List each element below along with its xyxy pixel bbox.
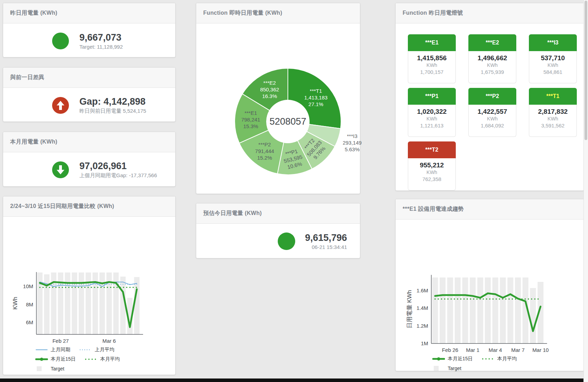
- scrollbar-thumb[interactable]: [585, 1, 587, 140]
- card-title: 預估今日用電量 (KWh): [196, 203, 360, 224]
- tile-target-value: 1,675,939: [469, 69, 516, 76]
- tile-unit: KWh: [469, 116, 516, 122]
- card-title: 2/24~3/10 近15日同期用電量比較 (KWh): [3, 196, 175, 217]
- target-bar: [99, 272, 105, 334]
- day-gap-sub: 昨日與前日用電量 5,524,175: [79, 108, 146, 114]
- target-bar: [493, 278, 498, 343]
- y-tick-label: 1.2M: [417, 323, 428, 329]
- tile-status-header: ***I3: [529, 34, 577, 51]
- tile-status-header: ***T2: [408, 141, 456, 158]
- tile-value: 537,710: [529, 54, 576, 62]
- page-scrollbar[interactable]: [583, 0, 588, 382]
- compare-chart-legend: 上月同期上月平均本月近15日本月平均Target: [35, 346, 129, 374]
- tile-target-value: 3,591,562: [529, 122, 576, 129]
- target-bar: [462, 278, 468, 343]
- tile-target-value: 762,358: [408, 176, 455, 183]
- status-circle-green-icon: [52, 33, 69, 49]
- daily-usage-donut: 5208057***T11,413,18327.1%***I3293,1495.…: [196, 23, 360, 194]
- tile-target-value: 1,121,613: [408, 122, 455, 129]
- card-yesterday-usage: 昨日用電量 (KWh) 9,667,073 Target: 11,128,992: [3, 3, 176, 57]
- card-day-gap: 與前一日差異 Gap: 4,142,898 昨日與前日用電量 5,524,175: [3, 67, 176, 122]
- y-axis-label: KWh: [12, 297, 19, 310]
- card-title: 本月用電量 (KWh): [3, 132, 175, 152]
- legend-item[interactable]: 本月平均: [85, 356, 120, 362]
- donut-slice-label: ***I3293,1495.63%: [343, 133, 362, 152]
- month-usage-gap: 上個月同期用電Gap: -17,377,566: [79, 172, 157, 179]
- legend-label: 本月近15日: [51, 356, 76, 362]
- x-tick-label: Feb 27: [52, 338, 69, 344]
- legend-label: 本月平均: [100, 356, 120, 362]
- y-tick-label: 8M: [26, 301, 33, 307]
- legend-marker: [35, 357, 48, 362]
- tile-unit: KWh: [408, 116, 455, 122]
- legend-label: Target: [51, 366, 64, 371]
- legend-item[interactable]: Target: [35, 366, 64, 371]
- y-tick-label: 1M: [421, 340, 428, 346]
- x-tick-label: Mar 1: [466, 347, 479, 353]
- light-tile: ***T12,817,832KWh3,591,562: [529, 88, 577, 137]
- card-realtime-donut: Function 即時日用電量 (KWh) 5208057***T11,413,…: [196, 3, 360, 194]
- card-status-lights: Function 昨日用電燈號 ***E11,415,856KWh1,700,1…: [395, 3, 584, 191]
- light-tile: ***E21,496,662KWh1,675,939: [468, 34, 516, 83]
- legend-item[interactable]: 上月平均: [79, 347, 114, 353]
- tile-target-value: 1,700,157: [408, 69, 455, 76]
- target-bar: [447, 278, 453, 343]
- legend-marker: [85, 357, 98, 362]
- x-tick-label: Mar 4: [489, 347, 502, 353]
- card-compare-chart: 2/24~3/10 近15日同期用電量比較 (KWh) 6M8M10MKWhFe…: [3, 196, 176, 375]
- light-tile: ***I3537,710KWh584,861: [529, 34, 577, 83]
- status-tile-grid: ***E11,415,856KWh1,700,157***E21,496,662…: [408, 34, 577, 190]
- tile-body: 2,817,832KWh3,591,562: [529, 105, 577, 137]
- light-tile: ***P21,422,557KWh1,684,092: [468, 88, 516, 137]
- card-forecast: 預估今日用電量 (KWh) 9,615,796 06-21 15:34:41: [196, 203, 360, 258]
- target-bar: [440, 278, 446, 343]
- tile-unit: KWh: [529, 62, 576, 69]
- tile-body: 1,020,322KWh1,121,613: [408, 105, 456, 137]
- legend-marker: [79, 347, 92, 353]
- legend-label: 本月近15日: [448, 356, 473, 362]
- target-bar: [470, 278, 476, 343]
- legend-item[interactable]: 本月平均: [482, 356, 517, 362]
- card-month-usage: 本月用電量 (KWh) 97,026,961 上個月同期用電Gap: -17,3…: [3, 132, 176, 187]
- tile-status-header: ***P1: [408, 88, 456, 105]
- tile-target-value: 584,861: [529, 69, 576, 76]
- tile-value: 955,212: [408, 161, 455, 169]
- card-title: ***E1 設備用電達成趨勢: [396, 199, 584, 220]
- legend-item[interactable]: Target: [432, 366, 461, 371]
- tile-status-header: ***E2: [468, 34, 516, 51]
- x-tick-label: Feb 26: [442, 347, 458, 353]
- card-e1-trend: ***E1 設備用電達成趨勢 1M1.2M1.4M1.6M日用電量 KWhFeb…: [395, 199, 584, 371]
- compare-chart: 6M8M10MKWhFeb 27Mar 6: [3, 269, 171, 345]
- tile-status-header: ***P2: [468, 88, 516, 105]
- x-tick-label: Mar 10: [532, 347, 549, 353]
- light-tile: ***E11,415,856KWh1,700,157: [408, 34, 456, 83]
- forecast-timestamp: 06-21 15:34:41: [305, 244, 347, 250]
- tile-unit: KWh: [408, 62, 455, 69]
- target-bar: [65, 272, 70, 334]
- legend-marker: [432, 366, 445, 371]
- dashboard: 昨日用電量 (KWh) 9,667,073 Target: 11,128,992…: [0, 0, 588, 382]
- e1-trend-chart: 1M1.2M1.4M1.6M日用電量 KWhFeb 26Mar 1Mar 4Ma…: [396, 272, 585, 353]
- tile-value: 1,415,856: [408, 54, 455, 62]
- legend-label: Target: [448, 366, 461, 371]
- target-bar: [79, 272, 84, 334]
- arrow-up-circle-icon: [52, 97, 69, 114]
- tile-body: 1,415,856KWh1,700,157: [408, 51, 456, 83]
- legend-item[interactable]: 本月近15日: [35, 356, 76, 362]
- legend-label: 上月同期: [51, 347, 70, 353]
- target-bar: [515, 278, 521, 343]
- legend-marker: [35, 366, 48, 371]
- legend-label: 上月平均: [95, 347, 114, 353]
- target-bar: [432, 278, 438, 343]
- target-bar: [508, 278, 513, 343]
- legend-item[interactable]: 上月同期: [35, 347, 70, 353]
- legend-item[interactable]: 本月近15日: [432, 356, 473, 362]
- target-bar: [134, 277, 139, 334]
- legend-label: 本月平均: [497, 356, 517, 362]
- tile-body: 1,422,557KWh1,684,092: [468, 105, 516, 137]
- yesterday-usage-value: 9,667,073: [79, 32, 123, 43]
- tile-body: 537,710KWh584,861: [529, 51, 577, 83]
- tile-value: 1,422,557: [469, 108, 516, 116]
- target-bar: [72, 272, 77, 334]
- light-tile: ***P11,020,322KWh1,121,613: [408, 88, 456, 137]
